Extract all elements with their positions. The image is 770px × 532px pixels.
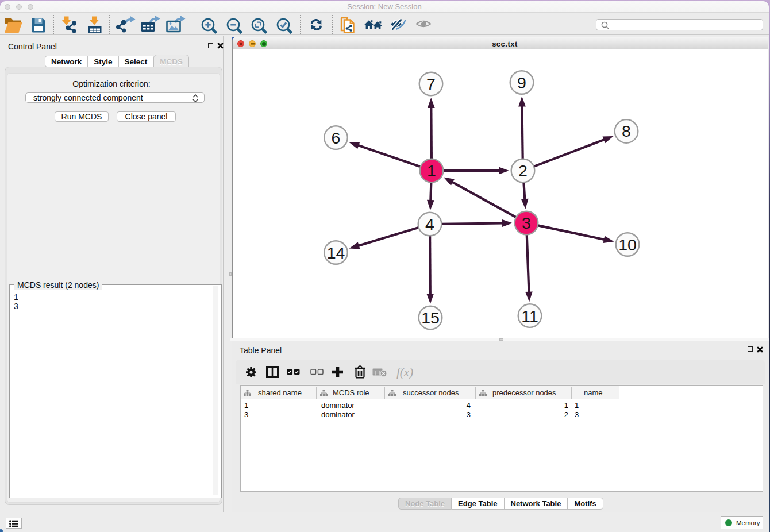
- svg-text:14: 14: [327, 244, 345, 262]
- svg-text:3: 3: [522, 214, 531, 232]
- svg-text:4: 4: [425, 215, 434, 233]
- svg-text:10: 10: [618, 236, 637, 254]
- svg-text:7: 7: [426, 75, 436, 93]
- svg-text:6: 6: [332, 129, 341, 147]
- svg-text:11: 11: [521, 307, 538, 325]
- svg-text:2: 2: [518, 161, 528, 180]
- svg-text:1: 1: [427, 161, 436, 180]
- svg-text:15: 15: [421, 309, 440, 327]
- svg-text:8: 8: [622, 122, 631, 140]
- svg-text:9: 9: [517, 74, 526, 92]
